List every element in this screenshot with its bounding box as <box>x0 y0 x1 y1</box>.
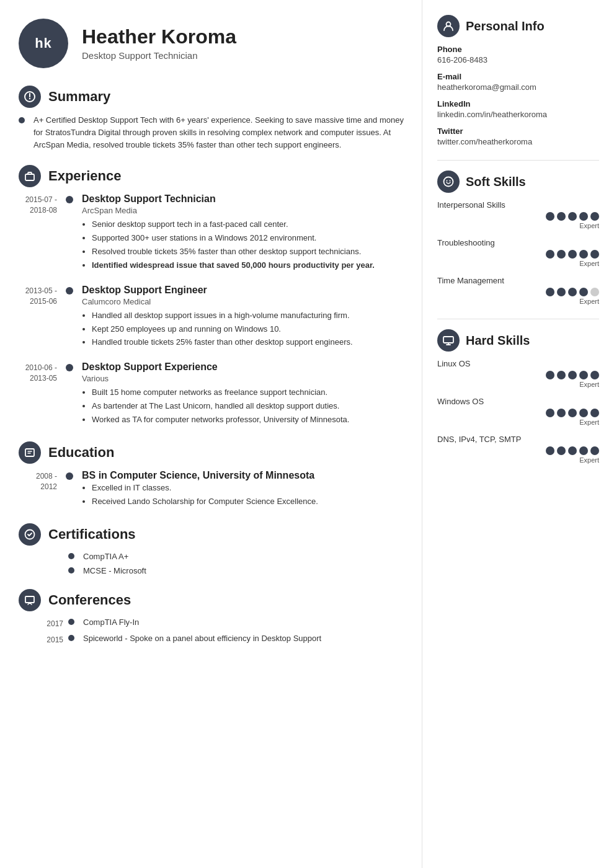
certifications-section: Certifications CompTIA A+MCSE - Microsof… <box>12 523 409 575</box>
personal-info-item: Phone616-206-8483 <box>437 45 599 64</box>
svg-point-8 <box>447 180 448 182</box>
skill-dot <box>557 446 566 455</box>
hard-skills-title: Hard Skills <box>466 334 530 348</box>
skill-dot <box>579 288 588 296</box>
job-bullets: Handled all desktop support issues in a … <box>82 310 409 349</box>
job-bullets: Built 15 home computer networks as freel… <box>82 387 409 426</box>
job-title: Desktop Support Experience <box>82 361 409 373</box>
divider-2 <box>437 319 599 319</box>
experience-item: 2010-06 - 2013-05Desktop Support Experie… <box>12 361 409 428</box>
conf-text: CompTIA Fly-In <box>83 618 139 627</box>
cert-dot <box>68 553 74 559</box>
svg-point-7 <box>444 177 453 187</box>
cert-date <box>19 552 68 553</box>
skill-level: Expert <box>437 260 599 267</box>
skill-item: DNS, IPv4, TCP, SMTPExpert <box>437 435 599 464</box>
education-section: Education 2008 - 2012BS in Computer Scie… <box>12 441 409 510</box>
job-bullet: Kept 250 employees up and running on Win… <box>92 324 409 335</box>
skill-level: Expert <box>437 381 599 388</box>
skill-level: Expert <box>437 222 599 229</box>
info-value: heatherkoroma@gmail.com <box>437 82 599 92</box>
education-timeline: 2008 - 2012BS in Computer Science, Unive… <box>12 470 409 510</box>
conference-item: 2017CompTIA Fly-In <box>12 618 409 629</box>
info-value: linkedin.com/in/heatherkoroma <box>437 110 599 119</box>
soft-skills-icon <box>437 170 460 193</box>
certifications-title: Certifications <box>48 526 136 542</box>
experience-title: Experience <box>48 168 121 184</box>
conferences-header: Conferences <box>12 589 409 611</box>
job-bullet: Built 15 home computer networks as freel… <box>92 387 409 399</box>
skill-dot <box>568 409 577 417</box>
certification-item: CompTIA A+ <box>12 552 409 561</box>
summary-icon <box>19 86 41 108</box>
summary-content: A+ Certified Desktop Support Tech with 6… <box>12 114 409 151</box>
conferences-icon <box>19 589 41 611</box>
job-bullet: Supported 300+ user stations in a Window… <box>92 232 409 244</box>
conf-dot-col <box>68 634 83 641</box>
job-bullet: Identified widespread issue that saved 5… <box>92 260 409 272</box>
timeline-dot <box>66 472 73 480</box>
info-value: twitter.com/heatherkoroma <box>437 137 599 146</box>
edu-title: BS in Computer Science, University of Mi… <box>82 470 409 481</box>
info-label: Phone <box>437 45 599 54</box>
job-date: 2013-05 - 2015-06 <box>12 285 62 351</box>
timeline-dot-col <box>62 193 77 273</box>
conferences-title: Conferences <box>48 592 131 608</box>
skill-item: TroubleshootingExpert <box>437 238 599 267</box>
job-content: Desktop Support TechnicianArcSpan MediaS… <box>77 193 409 273</box>
skill-dots <box>437 446 599 455</box>
skill-dot <box>546 212 554 221</box>
summary-text: A+ Certified Desktop Support Tech with 6… <box>33 114 409 151</box>
personal-info-title: Personal Info <box>466 19 545 33</box>
timeline-dot-col <box>62 470 77 510</box>
personal-info-item: Twittertwitter.com/heatherkoroma <box>437 126 599 146</box>
edu-date: 2008 - 2012 <box>12 470 62 510</box>
skill-dot <box>579 250 588 259</box>
personal-info-item: E-mailheatherkoroma@gmail.com <box>437 72 599 92</box>
conf-text: Spiceworld - Spoke on a panel about effi… <box>83 634 321 643</box>
skill-name: Interpersonal Skills <box>437 200 599 210</box>
personal-info-fields: Phone616-206-8483E-mailheatherkoroma@gma… <box>437 45 599 146</box>
skill-dot <box>546 446 554 455</box>
info-label: LinkedIn <box>437 99 599 108</box>
education-title: Education <box>48 445 114 461</box>
svg-point-9 <box>450 180 451 182</box>
experience-icon <box>19 165 41 187</box>
avatar: hk <box>19 19 68 68</box>
skill-dots <box>437 409 599 417</box>
skill-dot <box>557 212 566 221</box>
skill-dot <box>579 446 588 455</box>
skill-name: Troubleshooting <box>437 238 599 247</box>
svg-point-2 <box>29 98 30 99</box>
conferences-section: Conferences 2017CompTIA Fly-In2015Spicew… <box>12 589 409 646</box>
experience-item: 2013-05 - 2015-06Desktop Support Enginee… <box>12 285 409 351</box>
skill-name: Windows OS <box>437 397 599 406</box>
skill-dot <box>590 371 599 379</box>
edu-bullet: Excelled in IT classes. <box>92 482 409 494</box>
skill-dots <box>437 288 599 296</box>
conf-date: 2017 <box>19 618 68 629</box>
cert-text: MCSE - Microsoft <box>83 566 146 575</box>
skill-dot <box>579 371 588 379</box>
skill-dot <box>568 212 577 221</box>
header: hk Heather Koroma Desktop Support Techni… <box>12 19 409 68</box>
timeline-dot <box>66 287 73 294</box>
conf-dot <box>68 635 74 641</box>
education-item: 2008 - 2012BS in Computer Science, Unive… <box>12 470 409 510</box>
job-bullet: As bartender at The Last Unicorn, handle… <box>92 401 409 412</box>
skill-dot <box>557 409 566 417</box>
info-label: E-mail <box>437 72 599 81</box>
job-bullet: Resolved trouble tickets 35% faster than… <box>92 246 409 258</box>
right-column: Personal Info Phone616-206-8483E-mailhea… <box>422 0 614 868</box>
hard-skills-section: Hard Skills Linux OSExpertWindows OSExpe… <box>437 329 599 464</box>
hard-skills-list: Linux OSExpertWindows OSExpertDNS, IPv4,… <box>437 359 599 464</box>
skill-dot <box>568 446 577 455</box>
soft-skills-title: Soft Skills <box>466 175 526 189</box>
cert-text: CompTIA A+ <box>83 552 128 561</box>
job-bullets: Senior desktop support tech in a fast-pa… <box>82 219 409 271</box>
candidate-title: Desktop Support Technician <box>82 50 236 61</box>
skill-dot <box>557 371 566 379</box>
job-title: Desktop Support Engineer <box>82 285 409 296</box>
job-company: Various <box>82 374 409 383</box>
skill-dot <box>590 409 599 417</box>
